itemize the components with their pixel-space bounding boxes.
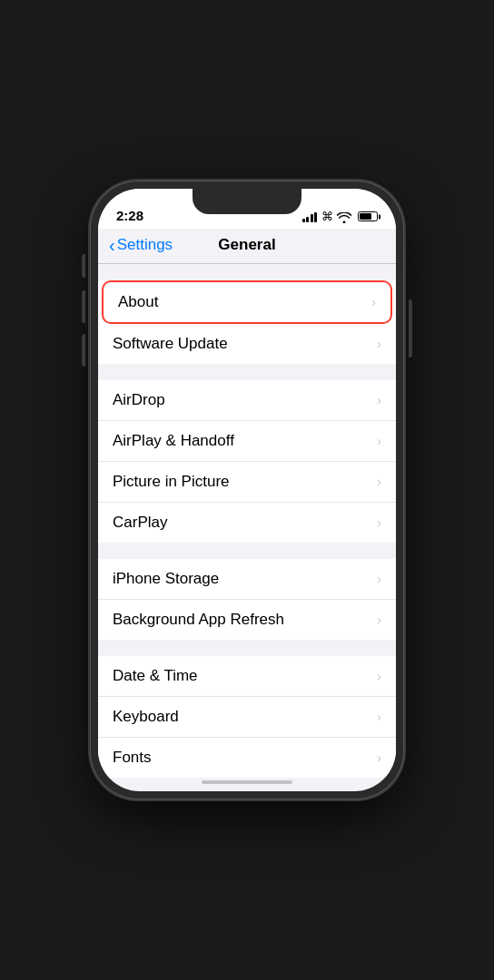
volume-down-button[interactable] [82,334,85,367]
chevron-icon-airdrop: › [377,393,381,407]
section-divider-3 [98,543,396,559]
row-right-picture-in-picture: › [377,475,381,489]
silent-switch[interactable] [82,254,85,278]
status-icons: ⌘ [302,210,378,223]
section-divider-2 [98,364,396,380]
row-label-fonts: Fonts [113,749,152,767]
row-label-airplay-handoff: AirPlay & Handoff [113,432,234,450]
row-label-picture-in-picture: Picture in Picture [113,473,230,491]
phone-frame: 2:28 ⌘ [91,181,403,799]
row-label-software-update: Software Update [113,335,228,353]
settings-row-picture-in-picture[interactable]: Picture in Picture › [98,462,396,503]
row-right-about: › [371,295,376,309]
row-right-date-time: › [377,669,381,683]
chevron-icon-date-time: › [377,669,381,683]
row-label-about: About [118,293,158,311]
section-group-1: About › Software Update › [98,280,396,364]
chevron-icon-keyboard: › [377,710,381,724]
row-label-date-time: Date & Time [113,667,198,685]
row-right-fonts: › [377,750,381,765]
row-right-carplay: › [377,515,381,530]
row-label-keyboard: Keyboard [113,708,179,726]
settings-row-airplay-handoff[interactable]: AirPlay & Handoff › [98,421,396,462]
settings-row-software-update[interactable]: Software Update › [98,324,396,364]
chevron-icon-software-update: › [377,337,381,351]
row-label-carplay: CarPlay [113,514,167,532]
settings-row-date-time[interactable]: Date & Time › [98,656,396,697]
home-indicator [202,780,292,784]
chevron-icon-carplay: › [377,515,381,530]
section-divider-1 [98,264,396,280]
chevron-icon-background-app-refresh: › [377,612,381,627]
settings-row-fonts[interactable]: Fonts › [98,738,396,778]
status-time: 2:28 [116,208,143,223]
power-button[interactable] [409,299,412,358]
settings-row-background-app-refresh[interactable]: Background App Refresh › [98,600,396,640]
signal-icon [302,211,318,222]
back-label: Settings [117,236,173,254]
settings-row-keyboard[interactable]: Keyboard › [98,697,396,738]
section-group-4: Date & Time › Keyboard › Fonts › [98,656,396,778]
phone-screen: 2:28 ⌘ [98,189,396,791]
back-chevron-icon: ‹ [109,236,115,254]
settings-row-about[interactable]: About › [102,280,392,324]
section-group-3: iPhone Storage › Background App Refresh … [98,559,396,640]
chevron-icon-iphone-storage: › [377,572,381,586]
chevron-icon-about: › [371,295,376,309]
back-button[interactable]: ‹ Settings [109,236,173,254]
nav-bar: ‹ Settings General [98,229,396,264]
battery-icon [358,211,378,221]
notch [193,189,301,214]
chevron-icon-fonts: › [377,750,381,765]
volume-up-button[interactable] [82,290,85,323]
chevron-icon-airplay-handoff: › [377,434,381,448]
row-label-airdrop: AirDrop [113,391,165,409]
status-bar: 2:28 ⌘ [98,189,396,229]
settings-list: About › Software Update › AirDrop [98,264,396,778]
page-title: General [218,236,275,254]
row-label-background-app-refresh: Background App Refresh [113,611,284,629]
row-right-software-update: › [377,337,381,351]
section-group-2: AirDrop › AirPlay & Handoff › Picture in… [98,380,396,543]
wifi-icon: ⌘ [321,210,351,223]
row-right-background-app-refresh: › [377,612,381,627]
settings-row-iphone-storage[interactable]: iPhone Storage › [98,559,396,600]
settings-row-airdrop[interactable]: AirDrop › [98,380,396,421]
row-right-iphone-storage: › [377,572,381,586]
row-label-iphone-storage: iPhone Storage [113,570,219,588]
settings-row-carplay[interactable]: CarPlay › [98,503,396,543]
row-right-keyboard: › [377,710,381,724]
row-right-airplay-handoff: › [377,434,381,448]
chevron-icon-picture-in-picture: › [377,475,381,489]
section-divider-4 [98,640,396,656]
row-right-airdrop: › [377,393,381,407]
